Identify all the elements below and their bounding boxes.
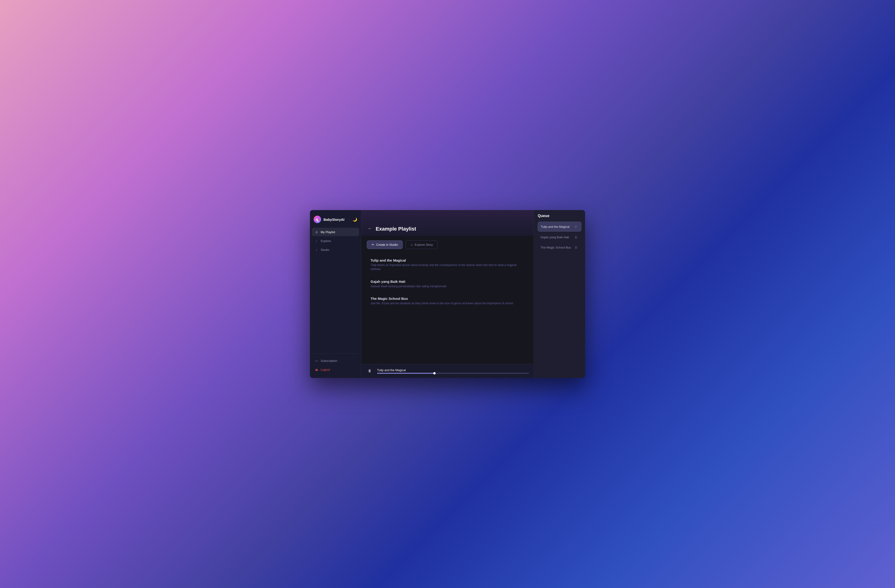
- sidebar-item-subscription[interactable]: ▭ Subscription: [312, 356, 359, 365]
- sidebar: 🦄 BabyStoryAI 🌙 ♫ My Playlist ♪ Explore …: [310, 210, 361, 378]
- sidebar-item-logout[interactable]: ⏏ Logout: [312, 365, 359, 374]
- action-buttons: ✏ Create in Studio ♫ Explore Story: [367, 240, 528, 249]
- player-info: Tulip and the Magical: [377, 368, 529, 374]
- queue-item-magic-bus[interactable]: The Magic School Bus 🗑: [538, 243, 581, 252]
- sidebar-item-label: Subscription: [321, 359, 337, 362]
- sidebar-item-label: Logout: [321, 368, 330, 371]
- queue-item-label: The Magic School Bus: [540, 246, 573, 249]
- logout-icon: ⏏: [315, 368, 318, 371]
- story-item-tulip[interactable]: Tulip and the Magical Tulip learns an im…: [367, 255, 528, 275]
- subscription-icon: ▭: [315, 359, 318, 362]
- studio-icon: ♩: [315, 248, 318, 252]
- sidebar-item-studio[interactable]: ♩ Studio: [312, 246, 359, 254]
- explore-story-button[interactable]: ♫ Explore Story: [405, 240, 438, 249]
- sidebar-bottom: ▭ Subscription ⏏ Logout: [310, 356, 361, 374]
- sidebar-item-explore[interactable]: ♪ Explore: [312, 236, 359, 245]
- story-description: Sebuah kisah tentang persahabatan dan sa…: [370, 285, 525, 288]
- create-icon: ✏: [372, 243, 374, 246]
- story-description: Tulip learns an important lesson about h…: [370, 263, 525, 271]
- queue-item-label: Gajah yang Baik Hati: [540, 235, 573, 239]
- progress-thumb: [433, 372, 435, 374]
- delete-queue-item-button[interactable]: 🗑: [573, 245, 579, 250]
- app-name: BabyStoryAI: [323, 218, 344, 221]
- sidebar-item-label: My Playlist: [321, 230, 335, 234]
- queue-panel: Queue Tulip and the Magical 🗑 Gajah yang…: [534, 210, 585, 378]
- sidebar-item-label: Explore: [321, 239, 331, 243]
- sidebar-item-my-playlist[interactable]: ♫ My Playlist: [312, 228, 359, 236]
- story-title: Tulip and the Magical: [370, 258, 525, 262]
- main-area: 🦄 BabyStoryAI 🌙 ♫ My Playlist ♪ Explore …: [310, 210, 585, 378]
- story-item-magic-bus[interactable]: The Magic School Bus Join Ms. Fizzle and…: [367, 293, 528, 309]
- app-window: 🦄 BabyStoryAI 🌙 ♫ My Playlist ♪ Explore …: [310, 210, 585, 378]
- progress-fill: [377, 373, 435, 374]
- dark-mode-toggle[interactable]: 🌙: [353, 217, 357, 222]
- explore-story-icon: ♫: [410, 243, 413, 246]
- back-button[interactable]: ←: [367, 225, 373, 232]
- story-title: Gajah yang Baik Hati: [370, 280, 525, 283]
- logo-icon: 🦄: [314, 216, 321, 223]
- logo-area: 🦄 BabyStoryAI 🌙: [310, 214, 361, 228]
- queue-item-label: Tulip and the Magical: [541, 225, 573, 229]
- progress-bar[interactable]: [377, 373, 529, 374]
- play-pause-button[interactable]: ⏸: [366, 367, 373, 375]
- sidebar-item-label: Studio: [321, 248, 329, 252]
- player-track-name: Tulip and the Magical: [377, 368, 529, 372]
- story-item-gajah[interactable]: Gajah yang Baik Hati Sebuah kisah tentan…: [367, 276, 528, 292]
- story-list: Tulip and the Magical Tulip learns an im…: [367, 255, 528, 309]
- explore-icon: ♪: [315, 239, 318, 243]
- player-bar: ⏸ Tulip and the Magical: [361, 364, 534, 378]
- content-area: ← Example Playlist ✏ Create in Studio ♫ …: [361, 210, 534, 378]
- create-in-studio-button[interactable]: ✏ Create in Studio: [367, 240, 403, 249]
- playlist-icon: ♫: [315, 230, 318, 234]
- sidebar-nav: ♫ My Playlist ♪ Explore ♩ Studio: [310, 228, 361, 351]
- delete-queue-item-button[interactable]: 🗑: [573, 235, 579, 239]
- content-body: ✏ Create in Studio ♫ Explore Story Tulip…: [361, 236, 534, 364]
- queue-item-tulip[interactable]: Tulip and the Magical 🗑: [538, 222, 581, 232]
- queue-title: Queue: [538, 214, 581, 218]
- story-description: Join Ms. Fizzle and her students as they…: [370, 302, 525, 305]
- sidebar-divider: [314, 353, 357, 354]
- story-title: The Magic School Bus: [370, 297, 525, 300]
- content-header: ← Example Playlist: [361, 210, 534, 236]
- page-title: Example Playlist: [376, 226, 416, 232]
- delete-queue-item-button[interactable]: 🗑: [573, 224, 578, 229]
- queue-item-gajah[interactable]: Gajah yang Baik Hati 🗑: [538, 232, 581, 242]
